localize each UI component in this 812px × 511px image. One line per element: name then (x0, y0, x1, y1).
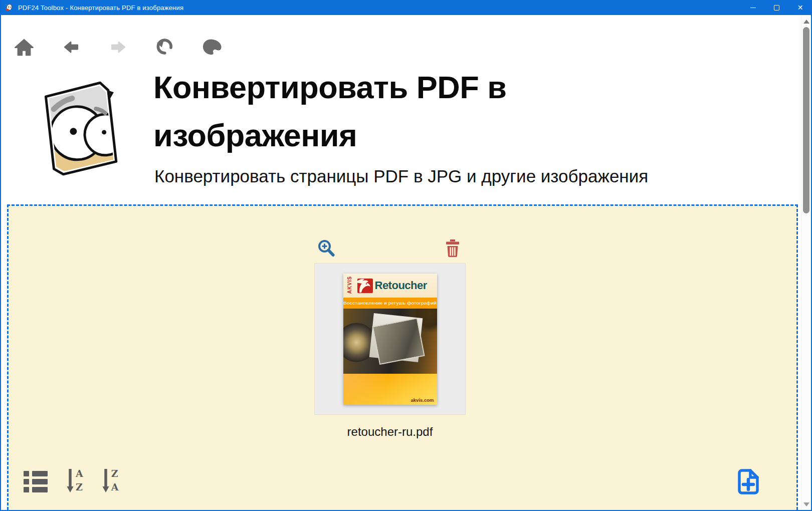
thumbnail-footer: akvis.com (343, 374, 437, 405)
zoom-in-button[interactable] (317, 239, 335, 258)
close-icon: ✕ (797, 4, 803, 11)
app-window: PDF24 Toolbox - Конвертировать PDF в изо… (0, 0, 812, 511)
window-controls: ✕ (741, 0, 812, 15)
sort-az-button[interactable]: A Z (66, 468, 83, 493)
palette-icon (201, 37, 224, 57)
zoom-in-icon (317, 239, 335, 258)
add-file-button[interactable] (735, 468, 761, 496)
titlebar: PDF24 Toolbox - Конвертировать PDF в изо… (0, 0, 812, 15)
home-icon (14, 37, 35, 57)
scrollbar-thumb[interactable] (803, 27, 809, 213)
undo-icon (155, 37, 176, 58)
brand-label: AKVIS (346, 275, 352, 295)
back-icon (61, 37, 81, 57)
list-controls: A Z Z A (24, 468, 119, 493)
sort-arrow-down-icon (66, 468, 74, 493)
close-button[interactable]: ✕ (788, 0, 812, 15)
vertical-scrollbar[interactable] (801, 15, 811, 510)
file-dropzone[interactable]: AKVIS Retoucher Восстановление и ретушь … (7, 204, 798, 511)
back-button[interactable] (60, 35, 82, 59)
forward-icon (108, 37, 128, 57)
horse-logo-icon (355, 278, 373, 294)
list-view-button[interactable] (24, 470, 48, 493)
sort-za-button[interactable]: Z A (102, 468, 119, 493)
maximize-icon (774, 5, 779, 11)
tool-illustration (29, 73, 135, 182)
list-view-icon (24, 470, 48, 493)
sort-az-letters: A Z (76, 468, 83, 493)
maximize-button[interactable] (765, 0, 788, 15)
file-name: retoucher-ru.pdf (314, 425, 466, 439)
app-icon (5, 3, 14, 12)
scroll-up-icon[interactable] (803, 20, 809, 24)
old-photograph (372, 317, 425, 364)
home-button[interactable] (13, 35, 35, 59)
sort-za-letters: Z A (111, 468, 119, 493)
document-with-eyes-icon (29, 73, 135, 182)
trash-icon (444, 238, 461, 258)
delete-file-button[interactable] (444, 238, 461, 258)
file-card[interactable]: AKVIS Retoucher Восстановление и ретушь … (314, 263, 466, 415)
toolbar (13, 35, 224, 59)
add-file-icon (735, 468, 761, 496)
palette-button[interactable] (201, 35, 224, 59)
minimize-icon (750, 8, 756, 8)
forward-button[interactable] (107, 35, 129, 59)
window-title: PDF24 Toolbox - Конвертировать PDF в изо… (18, 4, 183, 12)
pdf-thumbnail: AKVIS Retoucher Восстановление и ретушь … (343, 274, 437, 405)
product-label: Retoucher (375, 279, 427, 292)
page-title: Конвертировать PDF в изображения (153, 63, 584, 159)
website-label: akvis.com (411, 397, 434, 403)
page-subtitle: Конвертировать страницы PDF в JPG и друг… (154, 166, 756, 186)
undo-button[interactable] (154, 35, 176, 59)
scroll-down-icon[interactable] (803, 502, 809, 506)
thumbnail-header: AKVIS Retoucher (343, 274, 437, 298)
thumbnail-photo (343, 309, 437, 374)
thumbnail-tagline: Восстановление и ретушь фотографий (343, 298, 437, 309)
minimize-button[interactable] (741, 0, 765, 15)
sort-arrow-down-icon (102, 468, 110, 493)
